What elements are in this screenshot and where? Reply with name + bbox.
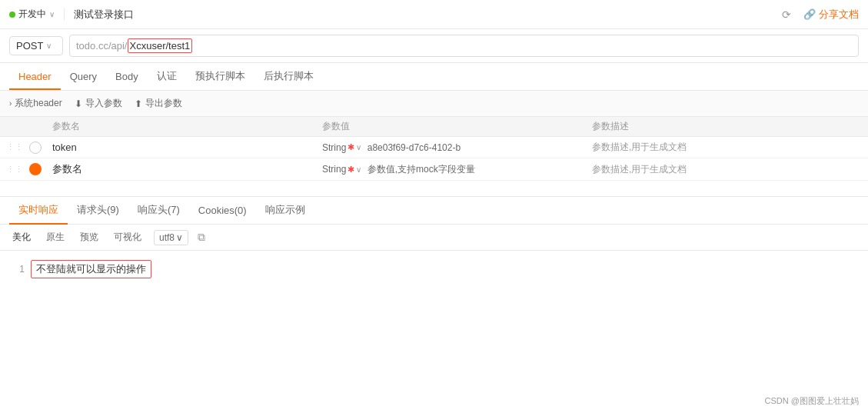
export-label: 导出参数 [145,97,182,110]
env-badge[interactable]: 开发中 ∨ [9,8,55,21]
import-params-button[interactable]: ⬇ 导入参数 [75,97,122,110]
col-drag [6,120,29,133]
env-status-dot [9,12,15,18]
row-checkbox-unchecked[interactable] [29,142,42,154]
response-toolbar: 美化 原生 预览 可视化 utf8 ∨ ⧉ [0,225,868,251]
env-label: 开发中 [18,8,46,21]
url-path-text: Xcxuser/test1 [130,40,191,52]
drag-handle[interactable]: ⋮⋮ [6,165,29,175]
divider [64,8,65,21]
resp-tab-raw[interactable]: 原生 [43,229,68,245]
encoding-label: utf8 [159,232,175,243]
param-name-token: token [52,142,322,153]
resp-tab-beautify[interactable]: 美化 [9,229,34,245]
export-icon: ⬆ [135,98,142,109]
bottom-panel: 实时响应 请求头(9) 响应头(7) Cookies(0) 响应示例 美化 原生… [0,196,868,288]
method-text: POST [16,40,43,52]
tab-auth[interactable]: 认证 [148,63,186,91]
tab-header[interactable]: Header [9,65,61,90]
tab-realtime-response[interactable]: 实时响应 [9,197,68,225]
param-desc-custom: 参数描述,用于生成文档 [592,163,862,176]
table-row: ⋮⋮ token String ✱ ∨ a8e03f69-d7c6-4102-b… [0,137,868,158]
param-name-custom: 参数名 [52,162,322,176]
tab-pre-script[interactable]: 预执行脚本 [186,63,254,91]
url-path-highlighted: Xcxuser/test1 [128,38,193,53]
encoding-select[interactable]: utf8 ∨ [154,230,188,245]
watermark: CSDN @图图爱上壮壮妈 [765,395,859,407]
line-number: 1 [9,264,25,275]
param-type-token: String ✱ ∨ a8e03f69-d7c6-4102-b [322,142,592,153]
env-dropdown-arrow[interactable]: ∨ [49,10,55,18]
encoding-arrow: ∨ [176,232,183,243]
interface-title: 测试登录接口 [74,8,773,22]
collapse-arrow-icon: › [9,99,12,108]
col-param-desc: 参数描述 [592,120,862,133]
refresh-icon[interactable]: ⟳ [782,8,791,21]
system-header-label: 系统header [15,97,62,110]
share-icon: 🔗 [803,8,816,20]
tab-cookies[interactable]: Cookies(0) [189,198,256,224]
response-body: 1 不登陆就可以显示的操作 [0,251,868,288]
main-tabs: Header Query Body 认证 预执行脚本 后执行脚本 [0,63,868,91]
share-button[interactable]: 🔗 分享文档 [803,8,859,22]
response-text: 不登陆就可以显示的操作 [31,260,151,278]
url-prefix: todo.cc/api/ [76,40,128,52]
col-check [29,120,52,133]
tab-post-script[interactable]: 后执行脚本 [254,63,323,91]
system-header-collapse[interactable]: › 系统header [9,97,62,110]
type-label: String [322,164,346,175]
col-param-name: 参数名 [52,120,322,133]
param-desc-token: 参数描述,用于生成文档 [592,141,862,154]
type-dropdown-arrow[interactable]: ∨ [356,165,361,174]
response-line-1: 1 不登陆就可以显示的操作 [0,257,868,281]
copy-button[interactable]: ⧉ [198,231,205,244]
response-tabs: 实时响应 请求头(9) 响应头(7) Cookies(0) 响应示例 [0,197,868,225]
tab-response-example[interactable]: 响应示例 [256,197,314,225]
param-toolbar: › 系统header ⬇ 导入参数 ⬆ 导出参数 [0,91,868,117]
col-param-value: 参数值 [322,120,592,133]
required-star: ✱ [348,142,354,152]
type-dropdown-arrow[interactable]: ∨ [356,143,361,152]
share-label: 分享文档 [819,8,859,22]
top-bar: 开发中 ∨ 测试登录接口 ⟳ 🔗 分享文档 [0,0,868,29]
tab-request-headers[interactable]: 请求头(9) [68,197,128,225]
resp-tab-preview[interactable]: 预览 [77,229,101,245]
drag-handle[interactable]: ⋮⋮ [6,142,29,152]
method-dropdown-arrow: ∨ [46,42,52,50]
table-row: ⋮⋮ 参数名 String ✱ ∨ 参数值,支持mock字段变量 参数描述,用于… [0,158,868,181]
required-star: ✱ [348,165,354,175]
import-icon: ⬇ [75,98,82,109]
tab-response-headers[interactable]: 响应头(7) [128,197,189,225]
table-header: 参数名 参数值 参数描述 [0,117,868,137]
tab-query[interactable]: Query [61,65,106,90]
export-params-button[interactable]: ⬆ 导出参数 [135,97,182,110]
row-checkbox-checked[interactable] [29,163,42,175]
import-label: 导入参数 [85,97,122,110]
param-value-token: a8e03f69-d7c6-4102-b [367,142,461,153]
url-bar: POST ∨ todo.cc/api/ Xcxuser/test1 [0,29,868,63]
method-select[interactable]: POST ∨ [9,36,63,55]
param-value-custom: 参数值,支持mock字段变量 [367,163,475,176]
resp-tab-visualize[interactable]: 可视化 [111,229,145,245]
url-input[interactable]: todo.cc/api/ Xcxuser/test1 [69,35,859,57]
param-type-custom: String ✱ ∨ 参数值,支持mock字段变量 [322,163,592,176]
tab-body[interactable]: Body [106,65,148,90]
type-label: String [322,142,346,153]
